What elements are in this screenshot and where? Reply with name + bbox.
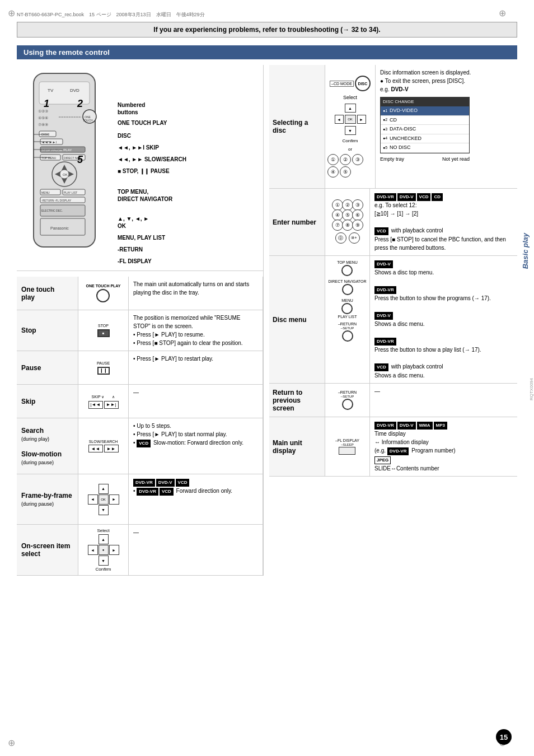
slow-text: SLOW/SEARCH <box>89 440 118 444</box>
feature-icon-skip: SKIP ∨ ∧ |◄◄ ►►| <box>78 385 129 418</box>
feature-name-frame: Frame-by-frame(during pause) <box>17 474 78 524</box>
svg-text:Panasonic: Panasonic <box>50 226 69 230</box>
feature-name-search: Search(during play)Slow-motion(during pa… <box>17 418 78 474</box>
onscreen-right-button[interactable]: ► <box>109 545 119 555</box>
remote-area: TV DVD ①②③ ④⑤⑥ ⑦⑧⑨ ONE TOUCH DISC <box>17 65 263 271</box>
num-zero-row: ⓪ ⑩+ <box>335 232 360 244</box>
select-label-disc: Select <box>343 95 357 100</box>
direct-nav-text: DIRECT NAVIGATOR <box>329 279 367 283</box>
frame-right-button[interactable]: ► <box>109 494 119 505</box>
svg-text:TOP MENU: TOP MENU <box>41 156 57 160</box>
feature-desc-search: Up to 5 steps. Press [► PLAY] to start n… <box>129 418 263 474</box>
num-4[interactable]: ④ <box>332 209 343 221</box>
skip-next-button[interactable]: ►►| <box>104 401 119 409</box>
display-icon: –FL DISPLAY –SLEEP <box>325 417 370 476</box>
onscreen-down-button[interactable]: ▼ <box>99 556 109 566</box>
disc-button[interactable]: DISC <box>355 76 371 91</box>
feature-icon-frame: ▲ ◄ OK ► ▼ <box>78 474 129 524</box>
label-skip: ◄◄, ►►I SKIP <box>118 144 263 151</box>
stop-desc2: Press [■ STOP] again to clear the positi… <box>133 340 243 346</box>
feature-return: Return to previous screen –RETURN –SETUP… <box>269 384 517 417</box>
num-6[interactable]: ⑥ <box>352 209 363 221</box>
frame-left-button[interactable]: ◄ <box>88 494 98 505</box>
feature-desc-pause: Press [► PLAY] to restart play. <box>129 351 263 384</box>
feature-icon-onscreen: Select ▲ ◄ ● ► ▼ Confirm <box>78 525 129 575</box>
disc-left-button[interactable]: ◄ <box>335 115 344 124</box>
num-5[interactable]: ⑤ <box>342 209 353 221</box>
search-desc2: Press [► PLAY] to start normal play. <box>133 431 227 437</box>
feature-one-touch-play: One touchplay ONE TOUCH PLAY The main un… <box>17 277 263 310</box>
selecting-disc-desc: Disc information screen is displayed. ● … <box>376 65 517 188</box>
num-1[interactable]: ① <box>332 199 343 211</box>
disc-num-4[interactable]: ④ <box>327 166 339 178</box>
top-meta: NT-BT660-663P-PC_rec.book 15 ページ 2008年3月… <box>17 11 517 18</box>
pause-button[interactable]: ❙❙ <box>97 367 110 375</box>
label-topmenu: TOP MENU, DIRECT NAVIGATOR <box>118 188 263 203</box>
num-2[interactable]: ② <box>342 199 353 211</box>
cd-mode-label: –CD MODE <box>330 81 354 87</box>
disc-exit-text: ● To exit the screen, press [DISC]. <box>380 77 513 85</box>
display-button[interactable] <box>339 447 355 455</box>
return-area: –RETURN –SETUP <box>338 322 357 342</box>
confirm-label-disc: Confirm <box>342 138 358 143</box>
select-label: Select <box>97 528 109 533</box>
disc-num-5[interactable]: ⑤ <box>340 166 351 178</box>
disc-ok-row: ◄ OK ► <box>335 115 366 124</box>
slow-fwd-button[interactable]: ►► <box>104 445 119 452</box>
frame-down-button[interactable]: ▼ <box>99 505 109 515</box>
vcd-pbc-text: with playback control <box>390 227 443 234</box>
disc-num-3[interactable]: ③ <box>352 154 363 165</box>
num-9[interactable]: ⑨ <box>352 220 363 231</box>
dvdvr-prog-desc: Press the button to show the programs (→… <box>374 295 491 301</box>
enter-num-eg: e.g. To select 12: <box>374 202 416 208</box>
skip-prev-button[interactable]: |◄◄ <box>88 401 103 409</box>
direct-nav-button[interactable] <box>342 284 353 295</box>
disc-num-1[interactable]: ① <box>327 154 339 165</box>
frame-up-button[interactable]: ▲ <box>99 484 109 494</box>
label-nav: ▲, ▼, ◄, ► OK <box>118 215 263 230</box>
skip-buttons: |◄◄ ►►| <box>88 401 119 409</box>
feature-desc-one-touch: The main unit automatically turns on and… <box>129 277 263 310</box>
return2-button[interactable] <box>342 399 353 410</box>
vcd-disc-menu-desc: Shows a disc menu. <box>374 372 425 379</box>
disc-center-button[interactable]: OK <box>345 115 356 124</box>
not-yet-read-label: Not yet read <box>442 156 470 164</box>
disc-up-button[interactable]: ▲ <box>345 104 356 113</box>
label-fldisplay-text: -FL DISPLAY <box>118 258 263 265</box>
page-number-text: 15 <box>500 733 508 741</box>
menu-button[interactable] <box>341 303 353 314</box>
onscreen-label: On-screen item select <box>21 542 73 558</box>
otp-button[interactable] <box>96 289 110 302</box>
search-desc1: Up to 5 steps. <box>133 423 171 429</box>
num-7[interactable]: ⑦ <box>332 220 343 231</box>
feature-name-skip: Skip <box>17 385 78 418</box>
feature-frame: Frame-by-frame(during pause) ▲ ◄ OK ► ▼ <box>17 474 263 525</box>
frame-ok-button[interactable]: OK <box>99 494 109 505</box>
stop-button[interactable]: ■ <box>97 329 110 337</box>
feature-name-one-touch: One touchplay <box>17 277 78 310</box>
setup2-text: –SETUP <box>341 395 354 398</box>
feature-icon-search: SLOW/SEARCH ◄◄ ►► <box>78 418 129 474</box>
disc-num-2[interactable]: ② <box>340 154 351 165</box>
menu-area: MENU PLAY LIST <box>338 298 357 319</box>
disc-label-2: CD <box>390 116 397 124</box>
disc-mode-area: –CD MODE DISC <box>330 76 371 91</box>
onscreen-navpad: ▲ ◄ ● ► ▼ <box>88 534 119 566</box>
num-8[interactable]: ⑧ <box>342 220 353 231</box>
disc-dot-4: ●4 <box>383 136 387 142</box>
num-0[interactable]: ⓪ <box>335 232 346 244</box>
top-menu-button[interactable] <box>341 265 353 276</box>
disc-right-button[interactable]: ► <box>357 115 366 124</box>
return-button[interactable] <box>342 330 353 342</box>
onscreen-ok-button[interactable]: ● <box>99 545 109 555</box>
num-3[interactable]: ③ <box>352 199 363 211</box>
svg-text:2: 2 <box>77 98 83 109</box>
onscreen-up-button[interactable]: ▲ <box>99 534 109 544</box>
enter-number-icon: ① ② ③ ④ ⑤ ⑥ ⑦ ⑧ ⑨ ⓪ ⑩+ <box>325 189 370 255</box>
info-display-text: ↔ Information display <box>374 439 429 445</box>
onscreen-left-button[interactable]: ◄ <box>88 545 98 555</box>
num-10plus[interactable]: ⑩+ <box>349 232 360 244</box>
slow-rev-button[interactable]: ◄◄ <box>88 445 103 452</box>
feature-stop: Stop STOP ■ The position is memorized wh… <box>17 310 263 351</box>
disc-down-button[interactable]: ▼ <box>345 126 356 135</box>
